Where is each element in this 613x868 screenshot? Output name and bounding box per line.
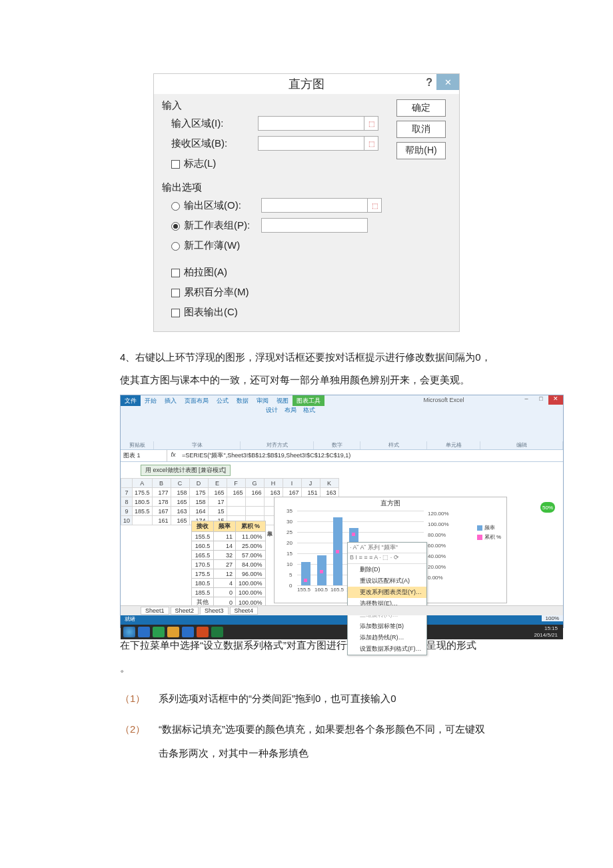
sheet-tabs: Sheet1 Sheet2 Sheet3 Sheet4 xyxy=(121,605,563,615)
tab-view[interactable]: 视图 xyxy=(273,395,293,406)
tab-file[interactable]: 文件 xyxy=(121,395,141,406)
mini-toolbar-header: · A˘ A˘ 系列 "频率" xyxy=(348,543,426,553)
zoom-level[interactable]: 100% xyxy=(542,615,563,621)
chart-marker[interactable] xyxy=(336,550,339,553)
formula-value[interactable]: =SERIES("频率",Sheet3!$B$12:$B$19,Sheet3!$… xyxy=(179,450,563,461)
tab-data[interactable]: 数据 xyxy=(233,395,253,406)
menu-add-trendline[interactable]: 添加趋势线(R)… xyxy=(348,632,426,643)
list-item-2: （2） “数据标记填充”选项要的颜色填充，如果要想各个条形颜色不同，可左键双 xyxy=(120,719,493,740)
ribbon-body: 剪贴板 字体 对齐方式 数字 样式 单元格 编辑 xyxy=(121,415,563,450)
group-number: 数字 xyxy=(314,441,360,449)
input-section-label: 输入 xyxy=(162,99,386,112)
list-text-1: 系列选项对话框中的“分类间距”拖到0，也可直接输入0 xyxy=(159,688,396,709)
group-align: 对齐方式 xyxy=(241,441,314,449)
output-range-radio[interactable] xyxy=(171,202,180,211)
excel-status-bar: 就绪 100% xyxy=(121,615,563,625)
dialog-help-icon[interactable]: ? xyxy=(426,77,432,89)
name-box[interactable]: 图表 1 xyxy=(121,450,167,461)
tab-design[interactable]: 设计 xyxy=(266,406,278,415)
list-text-2b: 击条形两次，对其中一种条形填色 xyxy=(159,743,308,764)
tab-format[interactable]: 格式 xyxy=(303,406,315,415)
list-num-1: （1） xyxy=(120,688,159,709)
flag-label: 标志(L) xyxy=(184,157,216,170)
cancel-button[interactable]: 取消 xyxy=(396,121,446,138)
list-item-2b: 击条形两次，对其中一种条形填色 xyxy=(120,743,493,764)
receive-range-label: 接收区域(B): xyxy=(171,137,258,150)
new-worksheet-field[interactable] xyxy=(261,218,368,233)
workbook-caption: 用 excel做统计表图 [兼容模式] xyxy=(141,465,231,476)
paragraph-5b: 。 xyxy=(120,657,493,679)
cumulative-checkbox[interactable] xyxy=(171,289,180,297)
tab-insert[interactable]: 插入 xyxy=(161,395,181,406)
green-badge[interactable]: 50% xyxy=(540,502,555,513)
frequency-table[interactable]: 接收频率累积 % 155.51111.00% 160.51425.00% 165… xyxy=(191,521,266,608)
group-cells: 单元格 xyxy=(427,441,480,449)
window-max-icon[interactable]: □ xyxy=(534,395,548,405)
chart-marker[interactable] xyxy=(304,579,307,582)
input-range-field[interactable] xyxy=(258,116,364,131)
menu-format-data-series[interactable]: 设置数据系列格式(F)… xyxy=(348,643,426,655)
new-worksheet-radio[interactable] xyxy=(171,222,180,231)
powerpoint-icon[interactable] xyxy=(197,627,209,637)
sheet-tab[interactable]: Sheet3 xyxy=(200,607,229,615)
excel-screenshot: – □ ✕ 文件 开始 插入 页面布局 公式 数据 审阅 视图 图表工具 Mic… xyxy=(120,395,564,628)
output-range-picker-icon[interactable]: ⬚ xyxy=(367,198,382,213)
dialog-close-icon[interactable]: ✕ xyxy=(436,74,459,90)
ie-icon[interactable] xyxy=(138,627,150,637)
menu-reset-style[interactable]: 重设以匹配样式(A) xyxy=(348,575,426,587)
ok-button[interactable]: 确定 xyxy=(396,99,446,117)
window-controls: – □ ✕ xyxy=(519,395,563,405)
chart-marker[interactable] xyxy=(352,533,355,536)
window-close-icon[interactable]: ✕ xyxy=(548,395,563,405)
formula-bar: 图表 1 fx =SERIES("频率",Sheet3!$B$12:$B$19,… xyxy=(121,450,563,462)
sheet-tab[interactable]: Sheet2 xyxy=(171,607,199,615)
receive-range-field[interactable] xyxy=(258,136,364,151)
input-range-picker-icon[interactable]: ⬚ xyxy=(364,116,378,131)
chart-output-label: 图表输出(C) xyxy=(184,306,238,319)
pareto-checkbox[interactable] xyxy=(171,269,180,277)
help-button[interactable]: 帮助(H) xyxy=(396,142,446,159)
tab-formula[interactable]: 公式 xyxy=(213,395,233,406)
sheet-tab[interactable]: Sheet1 xyxy=(141,607,169,615)
list-item-1: （1） 系列选项对话框中的“分类间距”拖到0，也可直接输入0 xyxy=(120,688,493,709)
start-icon[interactable] xyxy=(123,627,135,637)
sheet-tab[interactable]: Sheet4 xyxy=(230,607,259,615)
group-edit: 编辑 xyxy=(480,441,563,449)
explorer-icon[interactable] xyxy=(167,627,179,637)
chart-marker[interactable] xyxy=(320,570,323,573)
output-range-label: 输出区域(O): xyxy=(184,199,261,212)
menu-change-chart-type[interactable]: 更改系列图表类型(Y)… xyxy=(348,587,426,598)
new-worksheet-label: 新工作表组(P): xyxy=(184,219,261,232)
tab-layout[interactable]: 页面布局 xyxy=(181,395,213,406)
chart-output-checkbox[interactable] xyxy=(171,309,180,317)
ie-icon-2[interactable] xyxy=(153,627,165,637)
status-ready: 就绪 xyxy=(121,616,135,622)
paragraph-4a: 4、右键以上环节浮现的图形，浮现对话框还要按对话框提示进行修改数据间隔为0， xyxy=(120,347,493,368)
menu-delete[interactable]: 删除(D) xyxy=(348,564,426,575)
window-min-icon[interactable]: – xyxy=(519,395,534,405)
tab-review[interactable]: 审阅 xyxy=(253,395,273,406)
new-workbook-radio[interactable] xyxy=(171,242,180,251)
mini-toolbar[interactable]: B I ≡ ≡ ≡ A · ⬚ · ⟳ xyxy=(348,553,426,564)
fx-icon[interactable]: fx xyxy=(167,450,179,461)
paragraph-4b: 使其直方图与课本中的一致，还可对每一部分单独用颜色辨别开来，会更美观。 xyxy=(120,369,493,391)
tab-home[interactable]: 开始 xyxy=(141,395,161,406)
menu-add-data-labels[interactable]: 添加数据标签(B) xyxy=(348,621,426,632)
taskbar-clock[interactable]: 15:152014/5/21 xyxy=(534,625,560,639)
group-font: 字体 xyxy=(154,441,241,449)
excel-icon[interactable] xyxy=(211,627,223,637)
output-range-field[interactable] xyxy=(261,198,368,213)
output-section-label: 输出选项 xyxy=(162,181,386,194)
flag-checkbox[interactable] xyxy=(171,160,180,169)
ie-icon-3[interactable] xyxy=(182,627,194,637)
sheet-area: 用 excel做统计表图 [兼容模式] ABC DEF GHI JK 7 175… xyxy=(121,462,563,615)
receive-range-picker-icon[interactable]: ⬚ xyxy=(364,136,378,151)
cumulative-label: 累积百分率(M) xyxy=(184,286,249,299)
list-text-2: “数据标记填充”选项要的颜色填充，如果要想各个条形颜色不同，可左键双 xyxy=(159,719,485,740)
chart-context-menu: · A˘ A˘ 系列 "频率" B I ≡ ≡ ≡ A · ⬚ · ⟳ 删除(D… xyxy=(347,542,427,655)
taskbar: 15:152014/5/21 xyxy=(121,625,563,639)
chart-legend: 频率 累积 % xyxy=(477,524,501,543)
group-styles: 样式 xyxy=(360,441,427,449)
tab-chartlayout[interactable]: 布局 xyxy=(285,406,297,415)
new-workbook-label: 新工作薄(W) xyxy=(184,239,240,252)
